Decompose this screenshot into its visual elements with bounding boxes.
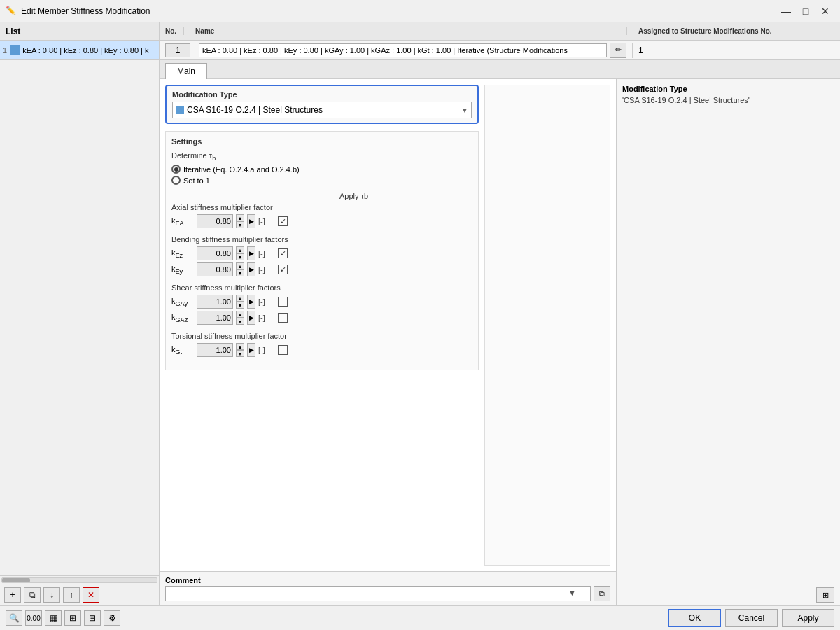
comment-copy-button[interactable]: ⧉ (594, 586, 610, 601)
name-edit-button[interactable]: ✏ (610, 43, 626, 58)
shear-spin-up-1[interactable]: ▲ (236, 311, 244, 318)
axial-checkbox-0[interactable]: ✓ (278, 216, 288, 226)
tab-main[interactable]: Main (165, 63, 207, 79)
torsional-input-0[interactable] (197, 343, 233, 357)
torsional-spin-down-0[interactable]: ▼ (236, 350, 244, 357)
axial-unit-0: [-] (258, 217, 275, 225)
shear-arrow-1[interactable]: ▶ (247, 311, 255, 325)
shear-row-1: kGAz ▲ ▼ ▶ [-] (172, 311, 472, 325)
axial-input-0[interactable] (197, 214, 233, 228)
radio-set-label: Set to 1 (183, 176, 210, 185)
torsional-arrow-0[interactable]: ▶ (247, 343, 255, 357)
dropdown-arrow-icon: ▼ (461, 106, 468, 114)
bending-spin-up-0[interactable]: ▲ (236, 246, 244, 253)
shear-checkbox-1[interactable] (278, 313, 288, 323)
right-mod-type-label: Modification Type (622, 85, 834, 93)
value-button[interactable]: 0.00 (25, 610, 42, 626)
comment-label: Comment (165, 576, 610, 584)
torsional-spin-up-0[interactable]: ▲ (236, 343, 244, 350)
bending-input-0[interactable] (197, 246, 233, 260)
shear-spin-down-1[interactable]: ▼ (236, 318, 244, 325)
table-button[interactable]: ⊟ (84, 610, 101, 626)
shear-input-0[interactable] (197, 295, 233, 309)
bending-spin-down-1[interactable]: ▼ (236, 270, 244, 276)
settings-box: Settings Determine τb (165, 131, 479, 370)
search-bottom-button[interactable]: 🔍 (6, 610, 22, 626)
list-item-text: kEA : 0.80 | kEz : 0.80 | kEy : 0.80 | k (22, 46, 148, 55)
torsional-row-0: kGt ▲ ▼ ▶ [-] (172, 343, 472, 357)
bending-unit-1: [-] (258, 265, 275, 274)
mod-type-dropdown[interactable]: CSA S16-19 O.2.4 | Steel Structures ▼ (172, 102, 472, 118)
cancel-button[interactable]: Cancel (725, 609, 778, 627)
bottom-toolbar: 🔍 0.00 ▦ ⊞ ⊟ ⚙ OK Cancel Apply (0, 606, 840, 630)
close-button[interactable]: ✕ (816, 4, 834, 18)
radio-set-circle (172, 176, 181, 185)
maximize-button[interactable]: □ (797, 4, 815, 18)
shear-spin-down-0[interactable]: ▼ (236, 302, 244, 309)
bending-input-1[interactable] (197, 262, 233, 276)
mod-type-label: Modification Type (172, 90, 472, 99)
list-toolbar: + ⧉ ↓ ↑ ✕ (0, 584, 159, 606)
torsional-section: Torsional stiffness multiplier factor kG… (172, 332, 472, 357)
shear-unit-1: [-] (258, 314, 275, 322)
shear-arrow-0[interactable]: ▶ (247, 295, 255, 309)
export-button[interactable]: ↑ (63, 587, 80, 603)
shear-spin-up-0[interactable]: ▲ (236, 295, 244, 302)
shear-checkbox-0[interactable] (278, 297, 288, 307)
bending-label: Bending stiffness multiplier factors (172, 235, 472, 244)
delete-button[interactable]: ✕ (83, 587, 99, 603)
bending-checkbox-0[interactable]: ✓ (278, 248, 288, 258)
axial-spin-down-0[interactable]: ▼ (236, 221, 244, 228)
name-input[interactable] (199, 43, 607, 57)
radio-set-to-1[interactable]: Set to 1 (172, 176, 472, 185)
link-button[interactable]: ⊞ (64, 610, 81, 626)
bending-checkbox-1[interactable]: ✓ (278, 265, 288, 274)
title-bar-text: Edit Member Stiffness Modification (21, 6, 777, 16)
settings-button[interactable]: ⚙ (104, 610, 120, 626)
title-bar: ✏️ Edit Member Stiffness Modification — … (0, 0, 840, 22)
bending-spin-down-0[interactable]: ▼ (236, 253, 244, 260)
axial-spin-up-0[interactable]: ▲ (236, 214, 244, 221)
shear-input-1[interactable] (197, 311, 233, 325)
shear-unit-0: [-] (258, 298, 275, 306)
grid-button[interactable]: ▦ (45, 610, 62, 626)
list-item-number: 1 (3, 46, 7, 55)
apply-button[interactable]: Apply (782, 609, 834, 627)
comment-area: Comment ▼ ⧉ (160, 571, 616, 606)
bending-spinner-1: ▲ ▼ (236, 262, 244, 276)
torsional-checkbox-0[interactable] (278, 345, 288, 355)
shear-row-0: kGAy ▲ ▼ ▶ [-] (172, 295, 472, 309)
axial-arrow-0[interactable]: ▶ (247, 214, 255, 228)
modification-type-box: Modification Type CSA S16-19 O.2.4 | Ste… (165, 85, 479, 124)
minimize-button[interactable]: — (777, 4, 795, 18)
no-label: No. (165, 27, 176, 35)
bending-row-1: kEy ▲ ▼ ▶ [-] ✓ (172, 262, 472, 276)
copy-item-button[interactable]: ⧉ (24, 587, 41, 603)
radio-iterative[interactable]: Iterative (Eq. O.2.4.a and O.2.4.b) (172, 164, 472, 174)
shear-spinner-1: ▲ ▼ (236, 311, 244, 325)
dialog-buttons: OK Cancel Apply (668, 609, 834, 627)
bending-arrow-0[interactable]: ▶ (247, 246, 255, 260)
bending-spin-up-1[interactable]: ▲ (236, 262, 244, 270)
shear-key-1: kGAz (172, 313, 194, 323)
shear-key-0: kGAy (172, 297, 194, 307)
title-bar-icon: ✏️ (6, 6, 17, 17)
ok-button[interactable]: OK (668, 609, 721, 627)
bending-arrow-1[interactable]: ▶ (247, 262, 255, 276)
mod-type-value: CSA S16-19 O.2.4 | Steel Structures (187, 105, 323, 115)
import-button[interactable]: ↓ (43, 587, 60, 603)
axial-spinner-0: ▲ ▼ (236, 214, 244, 228)
radio-iterative-circle (172, 164, 181, 174)
assigned-label: Assigned to Structure Modifications No. (638, 27, 834, 35)
apply-header-row: Apply τb (172, 192, 472, 200)
no-value: 1 (165, 43, 190, 57)
torsional-unit-0: [-] (258, 346, 275, 354)
axial-label: Axial stiffness multiplier factor (172, 203, 472, 211)
right-panel-button[interactable]: ⊞ (816, 587, 834, 603)
list-item[interactable]: 1 kEA : 0.80 | kEz : 0.80 | kEy : 0.80 |… (0, 41, 159, 59)
title-bar-buttons: — □ ✕ (777, 4, 834, 18)
bending-unit-0: [-] (258, 249, 275, 258)
axial-section: Axial stiffness multiplier factor kEA ▲ … (172, 203, 472, 228)
bending-section: Bending stiffness multiplier factors kEz… (172, 235, 472, 276)
add-item-button[interactable]: + (4, 587, 21, 603)
